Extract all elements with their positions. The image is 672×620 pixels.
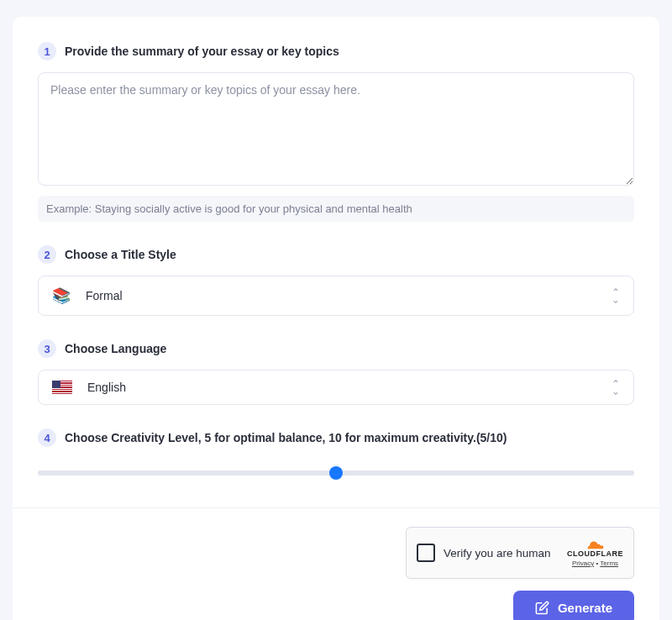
example-hint: Example: Staying socially active is good…	[38, 196, 634, 222]
captcha-links: Privacy • Terms	[572, 560, 618, 567]
step-number-badge: 4	[38, 428, 56, 447]
edit-icon	[535, 601, 549, 615]
section-title-style: 2 Choose a Title Style 📚 Formal ⌃⌃	[38, 245, 634, 316]
section-header: 1 Provide the summary of your essay or k…	[38, 42, 634, 60]
chevron-up-down-icon: ⌃⌃	[612, 290, 620, 302]
section-creativity: 4 Choose Creativity Level, 5 for optimal…	[38, 428, 634, 492]
section-header: 3 Choose Language	[38, 339, 634, 358]
language-select[interactable]: English ⌃⌃	[38, 370, 634, 405]
terms-link[interactable]: Terms	[600, 560, 618, 567]
step-label: Choose a Title Style	[65, 248, 176, 261]
captcha-text: Verify you are human	[444, 547, 559, 560]
summary-textarea[interactable]	[38, 72, 634, 186]
books-icon: 📚	[52, 286, 71, 305]
captcha-checkbox[interactable]	[417, 544, 435, 562]
creativity-slider[interactable]	[38, 470, 634, 476]
chevron-up-down-icon: ⌃⌃	[612, 381, 620, 393]
title-style-value: Formal	[86, 289, 612, 302]
section-summary: 1 Provide the summary of your essay or k…	[38, 42, 634, 222]
cloudflare-logo	[586, 539, 605, 549]
captcha-brand: CLOUDFLARE Privacy • Terms	[567, 539, 623, 567]
cloud-icon	[586, 539, 605, 549]
creativity-slider-wrap	[38, 459, 634, 492]
generate-button[interactable]: Generate	[513, 591, 634, 620]
section-language: 3 Choose Language English ⌃⌃	[38, 339, 634, 405]
privacy-link[interactable]: Privacy	[572, 560, 594, 567]
form-card: 1 Provide the summary of your essay or k…	[13, 17, 659, 620]
step-label: Choose Creativity Level, 5 for optimal b…	[65, 431, 507, 444]
generate-label: Generate	[558, 601, 612, 615]
step-label: Provide the summary of your essay or key…	[65, 45, 339, 58]
cloudflare-wordmark: CLOUDFLARE	[567, 549, 623, 558]
language-value: English	[87, 381, 612, 394]
title-style-select[interactable]: 📚 Formal ⌃⌃	[38, 276, 634, 316]
step-number-badge: 3	[38, 339, 56, 358]
section-header: 4 Choose Creativity Level, 5 for optimal…	[38, 428, 634, 447]
step-number-badge: 1	[38, 42, 56, 60]
footer: Verify you are human CLOUDFLARE Privacy …	[13, 507, 659, 620]
step-number-badge: 2	[38, 245, 56, 264]
captcha-widget[interactable]: Verify you are human CLOUDFLARE Privacy …	[406, 527, 634, 579]
step-label: Choose Language	[65, 342, 166, 355]
section-header: 2 Choose a Title Style	[38, 245, 634, 264]
flag-us-icon	[52, 381, 72, 394]
